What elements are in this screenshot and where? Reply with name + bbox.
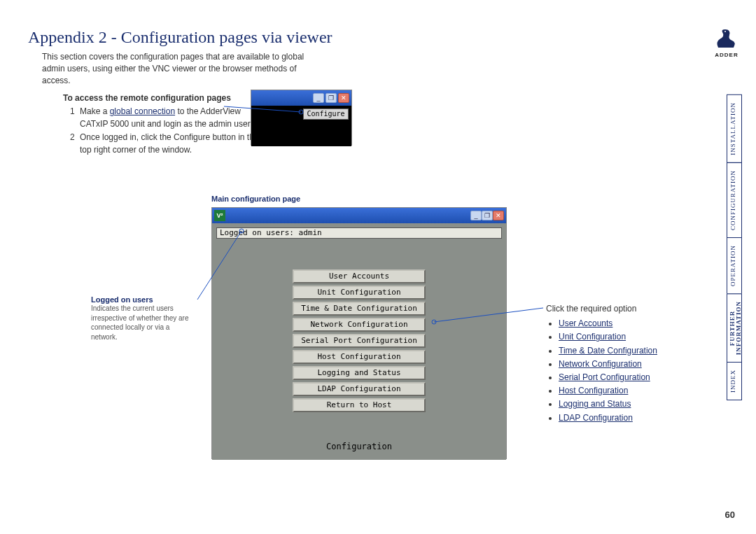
tab-installation[interactable]: INSTALLATION (727, 94, 742, 163)
tab-index[interactable]: INDEX (727, 362, 742, 400)
opt-host-configuration[interactable]: Host Configuration (559, 386, 628, 395)
config-menu: User Accounts Unit Configuration Time & … (293, 269, 426, 412)
main-config-caption: Main configuration page (211, 195, 300, 203)
opt-ldap-configuration[interactable]: LDAP Configuration (559, 413, 633, 423)
side-nav: INSTALLATION CONFIGURATION OPERATION FUR… (727, 94, 742, 400)
step-body: Make a global connection to the AdderVie… (80, 106, 266, 130)
access-heading: To access the remote configuration pages (63, 93, 756, 103)
close-icon: ✕ (493, 211, 504, 220)
menu-user-accounts[interactable]: User Accounts (293, 269, 426, 283)
menu-network-configuration[interactable]: Network Configuration (293, 318, 426, 332)
tab-further-line2: INFORMATION (735, 301, 742, 355)
screenshot-configure-corner: _ ❐ ✕ Configure (251, 90, 352, 146)
logo-text: ADDER (715, 52, 738, 58)
page-title: Appendix 2 - Configuration pages via vie… (28, 28, 756, 47)
note-title: Logged on users (91, 295, 203, 304)
opt-serial-port-configuration[interactable]: Serial Port Configuration (559, 372, 650, 382)
step-number: 2 (70, 132, 80, 156)
menu-return-to-host[interactable]: Return to Host (293, 398, 426, 412)
tab-operation[interactable]: OPERATION (727, 237, 742, 294)
menu-logging-and-status[interactable]: Logging and Status (293, 366, 426, 380)
vnc-icon: V² (214, 210, 225, 221)
maximize-icon: ❐ (482, 211, 493, 220)
maximize-icon: ❐ (326, 93, 337, 103)
opt-unit-configuration[interactable]: Unit Configuration (559, 332, 626, 342)
adder-logo: ADDER (711, 28, 742, 58)
opt-user-accounts[interactable]: User Accounts (559, 318, 612, 328)
step1-pre: Make a (80, 106, 110, 116)
global-connection-link[interactable]: global connection (110, 106, 175, 116)
logged-on-users-bar: Logged on users: admin (216, 227, 502, 239)
step-body: Once logged in, click the Configure butt… (80, 132, 266, 156)
window-titlebar: _ ❐ ✕ (251, 90, 351, 106)
minimize-icon: _ (313, 93, 324, 103)
logged-on-users-note: Logged on users Indicates the current us… (91, 295, 203, 342)
steps-list: 1 Make a global connection to the AdderV… (70, 106, 266, 156)
window-titlebar: V² _ ❐ ✕ (212, 208, 506, 223)
tab-further-information[interactable]: FURTHER INFORMATION (727, 293, 742, 363)
step-number: 1 (70, 106, 80, 130)
configuration-footer-label: Configuration (326, 442, 392, 451)
configure-button[interactable]: Configure (303, 108, 349, 120)
screenshot-main-config: V² _ ❐ ✕ Logged on users: admin User Acc… (211, 207, 507, 459)
menu-time-date-configuration[interactable]: Time & Date Configuration (293, 302, 426, 316)
menu-unit-configuration[interactable]: Unit Configuration (293, 286, 426, 300)
snake-icon (713, 28, 741, 50)
note-body: Indicates the current users irrespective… (91, 304, 196, 342)
close-icon: ✕ (338, 93, 349, 103)
options-lead: Click the required option (546, 302, 657, 316)
menu-host-configuration[interactable]: Host Configuration (293, 350, 426, 364)
menu-serial-port-configuration[interactable]: Serial Port Configuration (293, 334, 426, 348)
opt-network-configuration[interactable]: Network Configuration (559, 359, 642, 369)
intro-text: This section covers the configuration pa… (42, 51, 322, 86)
click-required-option: Click the required option User Accounts … (546, 302, 657, 425)
opt-logging-and-status[interactable]: Logging and Status (559, 399, 631, 409)
opt-time-date-configuration[interactable]: Time & Date Configuration (559, 346, 657, 356)
minimize-icon: _ (470, 211, 482, 220)
page-number: 60 (725, 510, 735, 520)
menu-ldap-configuration[interactable]: LDAP Configuration (293, 382, 426, 396)
svg-point-0 (724, 31, 726, 32)
tab-configuration[interactable]: CONFIGURATION (727, 162, 742, 238)
